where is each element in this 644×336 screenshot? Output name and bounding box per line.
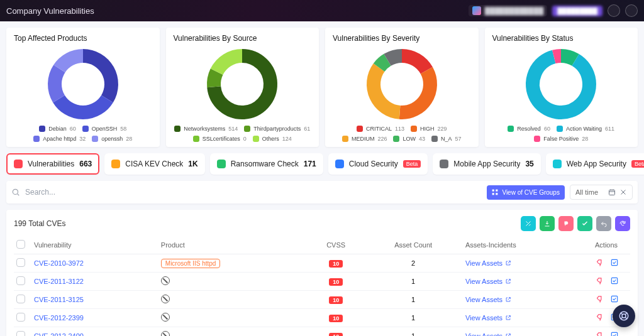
col-product[interactable]: Product — [158, 236, 308, 254]
legend-item[interactable]: Apache httpd32 — [33, 136, 86, 142]
undo-button[interactable] — [596, 216, 611, 231]
thumbs-down-icon[interactable] — [595, 276, 604, 286]
legend: Debian60OpenSSH58Apache httpd32openssh28 — [14, 126, 152, 142]
legend-item[interactable]: MEDIUM226 — [342, 136, 387, 142]
thumbs-down-icon[interactable] — [595, 331, 604, 336]
legend-item[interactable]: False Positive28 — [534, 136, 588, 142]
legend: Resolved60Action Waiting611False Positiv… — [492, 126, 631, 142]
shuffle-button[interactable] — [521, 216, 536, 231]
header-cta-button[interactable]: █████████ — [552, 6, 602, 16]
view-assets-link[interactable]: View Assets — [465, 332, 511, 336]
edit-check-icon[interactable] — [610, 295, 619, 305]
category-tab[interactable]: Web App Security Beta — [546, 153, 644, 175]
account-icon — [472, 6, 481, 15]
legend-count: 57 — [455, 136, 462, 142]
cvss-badge: 10 — [329, 315, 343, 322]
approve-button[interactable] — [577, 216, 592, 231]
legend-item[interactable]: Thirdpartyproducts61 — [244, 126, 310, 132]
cve-link[interactable]: CVE-2011-3125 — [34, 296, 84, 303]
category-tab[interactable]: Cloud Security Beta — [328, 153, 428, 175]
category-tab[interactable]: Vulnerabilities 663 — [6, 153, 99, 175]
view-assets-link[interactable]: View Assets — [465, 314, 511, 322]
view-assets-link[interactable]: View Assets — [465, 296, 511, 303]
download-button[interactable] — [540, 216, 555, 231]
tab-color-icon — [553, 160, 562, 168]
edit-check-icon[interactable] — [610, 258, 619, 268]
legend-item[interactable]: Resolved60 — [508, 126, 550, 132]
topbar-right: ████████████ █████████ — [469, 4, 638, 17]
legend-item[interactable]: N_A57 — [431, 136, 462, 142]
legend-count: 611 — [605, 126, 614, 132]
cve-link[interactable]: CVE-2012-2399 — [34, 314, 84, 322]
refresh-button[interactable] — [615, 216, 630, 231]
legend-item[interactable]: LOW43 — [393, 136, 425, 142]
row-checkbox[interactable] — [16, 295, 25, 303]
edit-check-icon[interactable] — [610, 331, 619, 336]
select-all-checkbox[interactable] — [16, 240, 25, 249]
row-checkbox[interactable] — [16, 331, 25, 336]
legend-item[interactable]: Action Waiting611 — [557, 126, 614, 132]
view-assets-link[interactable]: View Assets — [465, 278, 511, 285]
row-checkbox[interactable] — [16, 276, 25, 285]
donut-chart — [523, 46, 599, 122]
category-tab[interactable]: Ransomware Check 171 — [210, 153, 323, 175]
tab-color-icon — [335, 160, 344, 168]
legend-count: 60 — [544, 126, 550, 132]
cve-link[interactable]: CVE-2012-2400 — [34, 332, 84, 336]
col-vulnerability[interactable]: Vulnerability — [31, 236, 158, 254]
legend-label: SSLcertificates — [203, 136, 240, 142]
thumbs-down-button[interactable] — [558, 216, 574, 231]
thumbs-down-icon[interactable] — [595, 258, 604, 268]
none-icon — [161, 276, 170, 285]
legend-label: HIGH — [420, 126, 435, 132]
legend-item[interactable]: openssh28 — [92, 136, 132, 142]
thumbs-down-icon[interactable] — [595, 295, 604, 305]
lifebuoy-icon — [618, 310, 630, 322]
legend-swatch — [193, 136, 199, 142]
col-cvss[interactable]: CVSS — [308, 236, 364, 254]
col-assets-incidents[interactable]: Assets-Incidents — [463, 236, 592, 254]
row-checkbox[interactable] — [16, 313, 25, 322]
svg-line-22 — [625, 313, 627, 315]
legend-item[interactable]: SSLcertificates0 — [193, 136, 247, 142]
donut-wrap — [492, 46, 631, 122]
cve-link[interactable]: CVE-2010-3972 — [34, 259, 84, 267]
category-tab[interactable]: CISA KEV Check 1K — [104, 153, 204, 175]
legend-item[interactable]: CRITICAL113 — [357, 126, 404, 132]
product-tag[interactable]: Microsoft IIS httpd — [161, 259, 221, 268]
view-assets-link[interactable]: View Assets — [465, 259, 511, 267]
legend-swatch — [39, 126, 45, 132]
row-checkbox[interactable] — [16, 258, 25, 267]
legend-item[interactable]: OpenSSH58 — [82, 126, 127, 132]
legend-label: openssh — [101, 136, 123, 142]
table-header-bar: 199 Total CVEs — [14, 216, 630, 231]
legend-item[interactable]: Networksystems514 — [174, 126, 238, 132]
avatar[interactable] — [625, 4, 638, 17]
legend-item[interactable]: Debian60 — [39, 126, 76, 132]
legend-count: 124 — [282, 136, 292, 142]
category-tab[interactable]: Mobile App Security 35 — [433, 153, 540, 175]
legend-swatch — [92, 136, 98, 142]
close-icon[interactable] — [619, 188, 627, 196]
search-input[interactable]: Search... — [11, 188, 482, 197]
view-cve-groups-button[interactable]: View of CVE Groups — [487, 185, 565, 200]
edit-check-icon[interactable] — [610, 276, 619, 286]
svg-point-0 — [13, 189, 18, 194]
legend-label: Others — [262, 136, 279, 142]
date-filter[interactable]: All time — [570, 185, 633, 200]
account-chip[interactable]: ████████████ — [469, 5, 548, 16]
thumbs-down-icon[interactable] — [595, 313, 604, 323]
avatar[interactable] — [608, 4, 620, 17]
legend-item[interactable]: Others124 — [253, 136, 292, 142]
cve-link[interactable]: CVE-2011-3122 — [34, 278, 84, 285]
legend-item[interactable]: HIGH229 — [411, 126, 447, 132]
support-fab[interactable] — [613, 305, 635, 327]
legend-label: OpenSSH — [92, 126, 118, 132]
asset-count: 2 — [364, 254, 463, 273]
table-row: CVE-2011-3122 10 1 View Assets — [14, 273, 630, 291]
donut-wrap — [333, 46, 471, 122]
col-asset-count[interactable]: Asset Count — [364, 236, 463, 254]
tab-label: Web App Security — [567, 160, 626, 168]
grid-icon — [492, 189, 498, 195]
legend-count: 28 — [126, 136, 132, 142]
